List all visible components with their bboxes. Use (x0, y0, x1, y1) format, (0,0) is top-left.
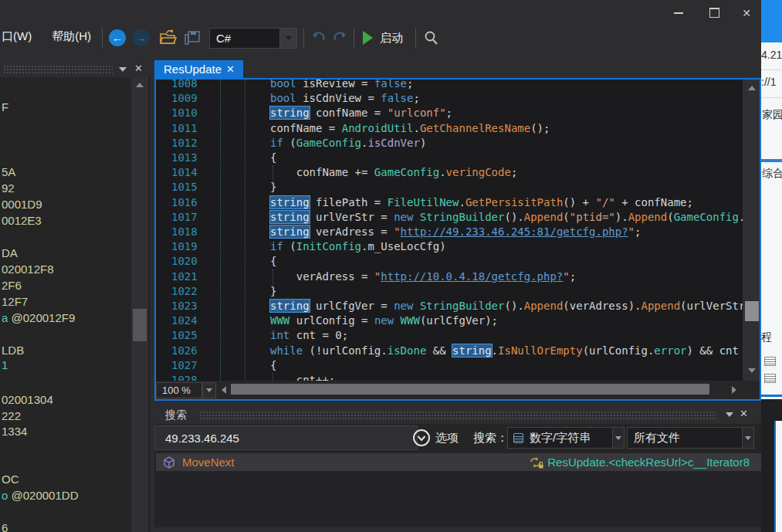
file-filter-value: 所有文件 (634, 431, 680, 446)
close-button[interactable]: ✕ (733, 4, 760, 22)
line-number: 1008 (171, 80, 198, 91)
save-all-button[interactable] (184, 31, 201, 46)
menu-item[interactable]: 口(W) (2, 29, 32, 44)
tree-item[interactable]: LDB (2, 344, 24, 357)
file-filter-dropdown-button[interactable] (742, 427, 754, 449)
line-number: 1026 (171, 344, 198, 358)
panel-grip[interactable] (3, 65, 113, 73)
editor-vscrollbar[interactable] (743, 80, 761, 381)
code-line[interactable]: 1028 cnt++; (156, 373, 743, 381)
menu-item[interactable]: 帮助(H) (52, 29, 91, 44)
editor-vscrollbar-thumb[interactable] (745, 301, 759, 321)
navigate-back-button[interactable]: ← (109, 29, 126, 46)
tree-item[interactable]: 020012F8 (2, 263, 54, 276)
code-line[interactable]: 1026while (!urlConfig.isDone && string.I… (156, 344, 743, 358)
tree-scrollbar[interactable] (131, 77, 148, 532)
tree-scrollbar-thumb[interactable] (133, 309, 147, 341)
code-line[interactable]: 1019if (InitConfig.m_UseLocCfg) (156, 239, 743, 254)
search-panel-close-button[interactable]: ✕ (740, 408, 748, 419)
code-line[interactable]: 1009bool isCdnView = false; (156, 91, 743, 106)
navigate-forward-button[interactable]: → (133, 29, 150, 46)
result-name: MoveNext (182, 456, 235, 469)
tree-panel-close-button[interactable]: ✕ (134, 63, 143, 74)
code-line[interactable]: 1011confName = AndroidUtil.GetChannelRes… (156, 121, 743, 136)
tree-item[interactable]: 1 (2, 358, 8, 372)
background-tab-home: 家园 (762, 108, 782, 122)
tree-item[interactable]: 1334 (2, 425, 27, 439)
code-line[interactable]: 1027{ (156, 358, 743, 373)
language-select[interactable]: C# (209, 28, 280, 49)
zoom-select-dropdown-button[interactable] (202, 382, 216, 398)
code-line[interactable]: 1012if (GameConfig.isCdnVer) (156, 136, 743, 151)
search-type-filter-select[interactable]: 数字/字符串 (507, 427, 613, 449)
code-line[interactable]: 1010string confName = "urlconf"; (156, 106, 743, 120)
search-type-filter-dropdown-button[interactable] (612, 427, 625, 449)
tree-item[interactable]: 0001D9 (2, 198, 42, 212)
search-panel: 搜索 ✕ 选项 搜索： 数字/字符串 所有文件 (154, 405, 774, 527)
scroll-left-icon[interactable] (222, 386, 226, 394)
value-type-icon (513, 433, 523, 443)
code-line[interactable]: 1024WWW urlConfig = new WWW(urlCfgVer); (156, 313, 743, 328)
zoom-select-value: 100 % (162, 385, 191, 396)
tree-item[interactable]: 92 (2, 181, 15, 195)
tree-item[interactable]: 2F6 (2, 279, 22, 293)
run-button[interactable]: 启动 (380, 31, 403, 46)
code-line[interactable]: 1022} (156, 284, 743, 299)
code-line[interactable]: 1016string filePath = FileUtilNew.GetPer… (156, 195, 743, 210)
run-play-icon[interactable] (363, 31, 373, 45)
divider (761, 69, 782, 70)
close-icon: ✕ (742, 7, 751, 19)
tree-item[interactable]: 0012E3 (2, 214, 42, 228)
open-file-button[interactable] (159, 29, 178, 46)
tree-item[interactable]: 12F7 (2, 295, 28, 309)
tree-item[interactable]: 5A (2, 165, 15, 179)
code-line[interactable]: 1020{ (156, 254, 743, 269)
chevron-down-icon (615, 436, 621, 440)
tree-item[interactable]: DA (2, 246, 18, 260)
back-arrow-icon: ← (112, 32, 123, 44)
search-panel-title: 搜索 (165, 408, 187, 422)
code-line[interactable]: 1017string urlVerStr = new StringBuilder… (156, 210, 743, 225)
options-toggle-button[interactable] (412, 429, 431, 447)
code-editor[interactable]: 1008bool isReview = false;1009bool isCdn… (156, 80, 743, 381)
search-icon (423, 30, 439, 46)
open-folder-icon (159, 29, 178, 46)
scroll-right-icon[interactable] (732, 386, 736, 394)
tree-item[interactable]: o @020001DD (2, 489, 78, 503)
code-line[interactable]: 1013{ (156, 151, 743, 165)
tree-panel-header: ✕ (0, 60, 151, 77)
tree-item[interactable]: 222 (2, 409, 21, 423)
language-select-dropdown-button[interactable] (279, 28, 297, 49)
code-line[interactable]: 1014 confName += GameConfig.veringCode; (156, 165, 743, 180)
search-result-row[interactable]: MoveNextResUpdate.<checkResUrl>c__Iterat… (156, 453, 773, 471)
code-line[interactable]: 1021 verAdress = "http://10.0.4.18/getcf… (156, 269, 743, 284)
line-number: 1024 (171, 313, 198, 328)
panel-menu-chevron-icon[interactable] (119, 67, 127, 72)
code-line[interactable]: 1025int cnt = 0; (156, 328, 743, 343)
undo-button[interactable] (310, 30, 327, 46)
tab-resupdate[interactable]: ResUpdate ✕ (154, 60, 243, 80)
search-input[interactable] (154, 425, 418, 450)
code-line[interactable]: 1015} (156, 180, 743, 195)
tree-item[interactable]: 02001304 (2, 393, 53, 407)
code-line[interactable]: 1018string verAdress = "http://49.233.46… (156, 225, 743, 239)
options-label[interactable]: 选项 (435, 431, 459, 446)
panel-grip[interactable] (199, 411, 716, 419)
line-number: 1022 (171, 284, 198, 299)
tree-item[interactable]: 6 (2, 521, 8, 532)
zoom-select[interactable]: 100 % (156, 382, 202, 398)
panel-menu-chevron-icon[interactable] (726, 412, 733, 417)
code-line[interactable]: 1008bool isReview = false; (156, 80, 743, 91)
maximize-button[interactable] (701, 4, 727, 22)
search-assemblies-button[interactable] (423, 30, 439, 46)
minimize-button[interactable] (665, 4, 692, 22)
redo-button[interactable] (332, 30, 349, 46)
tree-item[interactable]: a @020012F9 (2, 311, 75, 325)
file-filter-select[interactable]: 所有文件 (627, 427, 743, 449)
editor-hscrollbar-thumb[interactable] (231, 384, 709, 395)
line-number: 1010 (171, 106, 198, 120)
code-line[interactable]: 1023string urlCfgVer = new StringBuilder… (156, 299, 743, 313)
tab-close-icon[interactable]: ✕ (226, 63, 235, 75)
tree-item[interactable]: OC (2, 473, 19, 486)
tree-item[interactable]: F (2, 100, 8, 114)
